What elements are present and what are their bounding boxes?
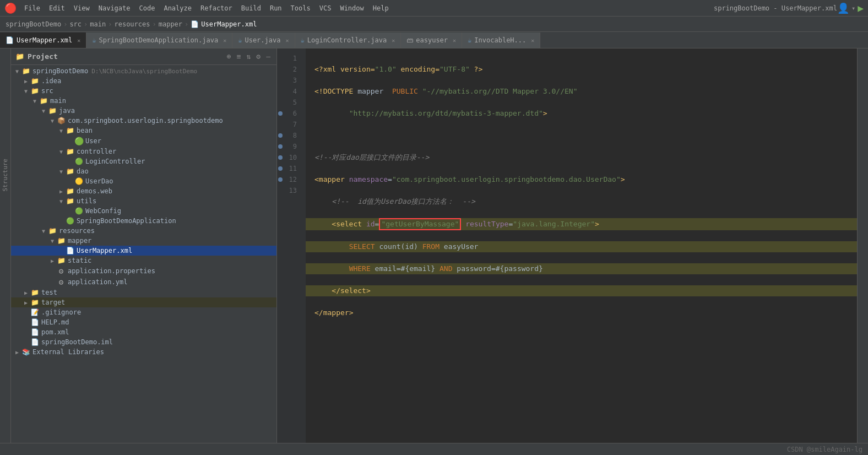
breadcrumb-src[interactable]: src: [69, 20, 82, 28]
menu-help[interactable]: Help: [370, 3, 392, 13]
tree-item-utils[interactable]: ▼ 📁 utils: [11, 196, 276, 206]
tree-item-userdao[interactable]: ▶ 🟡 UserDao: [11, 176, 276, 186]
menu-window[interactable]: Window: [337, 3, 367, 13]
breadcrumb-mapper[interactable]: mapper: [159, 20, 182, 28]
tab-close-easyuser[interactable]: ✕: [453, 37, 456, 44]
tree-item-webconfig[interactable]: ▶ 🟢 WebConfig: [11, 206, 276, 216]
sidebar-header: 📁 Project ⊕ ≡ ⇅ ⚙ —: [11, 48, 276, 65]
xml-icon-usermapper: 📄: [65, 247, 75, 254]
tab-logincontroller[interactable]: ☕ LoginController.java ✕: [295, 32, 402, 48]
menu-run[interactable]: Run: [267, 3, 285, 13]
breadcrumb-file[interactable]: UserMapper.xml: [201, 20, 257, 28]
tab-close-usermapper[interactable]: ✕: [77, 37, 80, 44]
project-panel: 📁 Project ⊕ ≡ ⇅ ⚙ — ▼ 📁 springBootDemo D…: [11, 48, 277, 443]
tree-item-static[interactable]: ▶ 📁 static: [11, 256, 276, 266]
tab-invocable[interactable]: ☕ InvocableH... ✕: [462, 32, 540, 48]
breadcrumb-sep-4: ›: [152, 20, 156, 28]
tree-item-resources[interactable]: ▼ 📁 resources: [11, 226, 276, 236]
tree-item-com[interactable]: ▼ 📦 com.springboot.userlogin.springbootd…: [11, 116, 276, 126]
tree-item-java[interactable]: ▼ 📁 java: [11, 106, 276, 116]
folder-icon-static: 📁: [56, 257, 66, 264]
menu-view[interactable]: View: [70, 3, 93, 13]
tree-item-logincontroller-class[interactable]: ▶ 🟢 LoginController: [11, 156, 276, 166]
tab-close-invocable[interactable]: ✕: [531, 37, 534, 44]
tab-close-logincontroller[interactable]: ✕: [392, 37, 395, 44]
tree-item-appprops[interactable]: ▶ ⚙️ application.properties: [11, 266, 276, 277]
tree-item-usermapper-xml[interactable]: ▶ 📄 UserMapper.xml: [11, 246, 276, 256]
folder-icon-dao: 📁: [65, 167, 75, 175]
breadcrumb-resources[interactable]: resources: [114, 20, 150, 28]
menu-build[interactable]: Build: [238, 3, 264, 13]
tree-item-demos-web[interactable]: ▶ 📁 demos.web: [11, 186, 276, 196]
tab-user[interactable]: ☕ User.java ✕: [232, 32, 295, 48]
folder-icon-test: 📁: [30, 289, 40, 296]
menu-tools[interactable]: Tools: [287, 3, 314, 13]
tab-springbootapp[interactable]: ☕ SpringBootDemoApplication.java ✕: [86, 32, 232, 48]
package-icon-com: 📦: [56, 117, 66, 124]
folder-icon-bean: 📁: [65, 127, 75, 134]
tree-item-pomxml[interactable]: ▶ 📄 pom.xml: [11, 327, 276, 337]
folder-icon-demos-web: 📁: [65, 187, 75, 195]
tree-label-main: main: [48, 97, 66, 105]
tab-close-user[interactable]: ✕: [285, 37, 289, 44]
menu-file[interactable]: File: [21, 3, 44, 13]
locate-file-button[interactable]: ⊕: [225, 52, 233, 61]
tree-item-main[interactable]: ▼ 📁 main: [11, 96, 276, 106]
sort-button[interactable]: ⇅: [245, 52, 253, 61]
tree-label-test: test: [40, 289, 57, 296]
tree-label-src: src: [40, 87, 53, 95]
tab-close-springbootapp[interactable]: ✕: [223, 37, 226, 44]
sidebar-header-icons: ⊕ ≡ ⇅ ⚙ —: [225, 52, 272, 61]
tree-item-test[interactable]: ▶ 📁 test: [11, 288, 276, 297]
code-area[interactable]: 1 2 3 4 5 6 7 8 9 10 11 12 13 <?xml vers…: [277, 48, 857, 443]
tree-item-idea[interactable]: ▶ 📁 .idea: [11, 76, 276, 86]
code-content[interactable]: <?xml version="1.0" encoding="UTF-8" ?> …: [306, 48, 857, 443]
tree-item-target[interactable]: ▶ 📁 target: [11, 297, 276, 307]
tree-item-gitignore[interactable]: ▶ 📝 .gitignore: [11, 307, 276, 317]
folder-icon-mapper: 📁: [56, 237, 66, 245]
tab-usermapper[interactable]: 📄 UserMapper.xml ✕: [0, 32, 86, 48]
tree-item-root[interactable]: ▼ 📁 springBootDemo D:\NCB\ncbJava\spring…: [11, 66, 276, 76]
class-icon-webconfig: 🟢: [74, 207, 84, 215]
tree-item-extlibs[interactable]: ▶ 📚 External Libraries: [11, 347, 276, 357]
tree-item-appyml[interactable]: ▶ ⚙️ application.yml: [11, 277, 276, 288]
settings-icon[interactable]: ⚙: [254, 52, 262, 61]
tab-label-usermapper: UserMapper.xml: [17, 36, 72, 44]
run-button[interactable]: ▶: [858, 2, 864, 14]
collapse-all-button[interactable]: ≡: [235, 52, 243, 61]
code-editor: 1 2 3 4 5 6 7 8 9 10 11 12 13 <?xml vers…: [277, 48, 857, 443]
tree-item-src[interactable]: ▼ 📁 src: [11, 86, 276, 96]
tree-arrow-test: ▶: [22, 290, 30, 296]
tree-label-extlibs: External Libraries: [31, 348, 104, 356]
window-title: springBootDemo - UserMapper.xml: [714, 4, 837, 12]
code-line-7: <!-- id值为UserDao接口方法名： -->: [314, 196, 857, 207]
dropdown-icon[interactable]: ▾: [851, 4, 855, 12]
menu-edit[interactable]: Edit: [46, 3, 68, 13]
close-sidebar-button[interactable]: —: [264, 52, 272, 61]
yaml-icon-app: ⚙️: [56, 278, 66, 286]
menu-vcs[interactable]: VCS: [316, 3, 335, 13]
menu-analyze[interactable]: Analyze: [160, 3, 195, 13]
tree-item-springbootapp-class[interactable]: ▶ 🟢 SpringBootDemoApplication: [11, 216, 276, 226]
menu-navigate[interactable]: Navigate: [95, 3, 134, 13]
tree-item-user-class[interactable]: ▶ 🟢 User: [11, 136, 276, 147]
code-line-1: <?xml version="1.0" encoding="UTF-8" ?>: [314, 64, 857, 75]
tree-item-dao[interactable]: ▼ 📁 dao: [11, 166, 276, 176]
tab-easyuser[interactable]: 🗃 easyuser ✕: [401, 32, 462, 48]
breadcrumb-main[interactable]: main: [90, 20, 106, 28]
breadcrumb-project[interactable]: springBootDemo: [6, 20, 61, 28]
menu-code[interactable]: Code: [136, 3, 159, 13]
menu-refactor[interactable]: Refactor: [197, 3, 236, 13]
tab-label-user: User.java: [245, 36, 280, 44]
structure-tab[interactable]: Structure: [2, 159, 9, 192]
line-num-8: 8: [284, 130, 301, 141]
tree-item-mapper[interactable]: ▼ 📁 mapper: [11, 236, 276, 246]
code-line-9: SELECT count(id) FROM easyUser: [306, 241, 857, 252]
tree-item-bean[interactable]: ▼ 📁 bean: [11, 126, 276, 136]
tree-item-springiml[interactable]: ▶ 📄 springBootDemo.iml: [11, 337, 276, 347]
tree-arrow-static: ▶: [48, 258, 56, 264]
tree-item-controller[interactable]: ▼ 📁 controller: [11, 147, 276, 156]
tree-item-helpmd[interactable]: ▶ 📄 HELP.md: [11, 317, 276, 327]
tree-label-target: target: [40, 299, 65, 306]
profile-icon[interactable]: 👤: [837, 2, 849, 14]
